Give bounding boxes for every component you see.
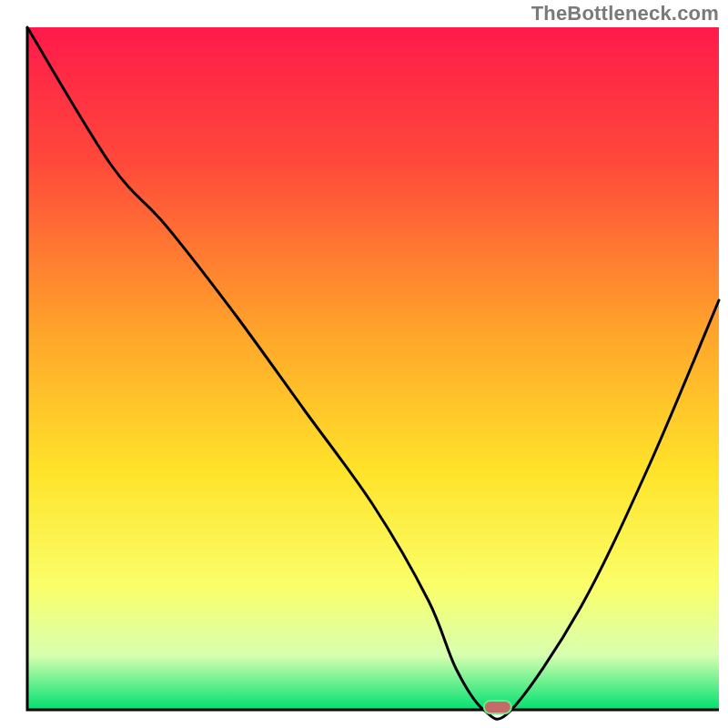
watermark-text: TheBottleneck.com [531, 2, 719, 25]
chart-stage: TheBottleneck.com [0, 0, 728, 728]
chart-svg [0, 0, 728, 728]
heatmap-background [27, 27, 719, 710]
optimum-marker [484, 701, 511, 713]
